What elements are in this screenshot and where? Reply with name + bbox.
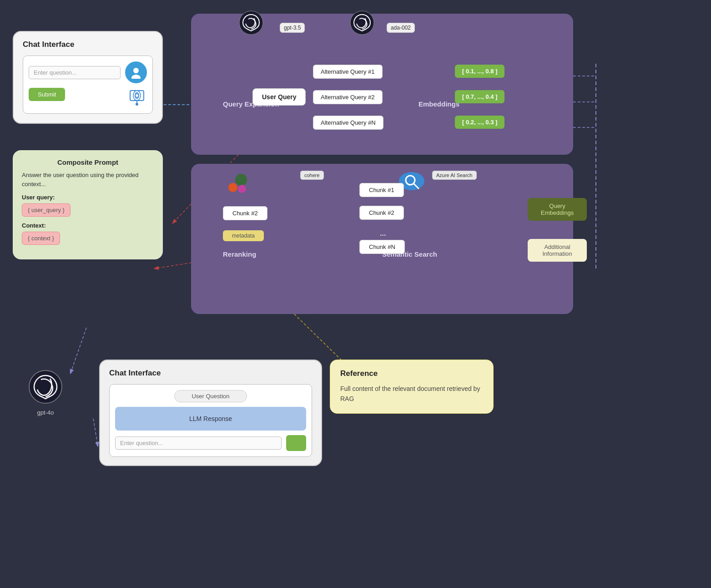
metadata-box: metadata [223,230,264,241]
azure-badge: Azure AI Search [432,171,477,180]
chunk-1: Chunk #1 [359,183,404,197]
svg-rect-35 [292,439,300,446]
llm-response-box: LLM Response [115,407,306,431]
composite-prompt-title: Composite Prompt [22,158,154,166]
svg-point-20 [235,174,247,186]
user-query-template: { user_query } [22,203,71,217]
avatar-icon [125,61,147,83]
gpt4o-logo [27,369,64,405]
context-template: { context } [22,232,60,245]
context-label: Context: [22,222,154,229]
bottom-chat-interface: Chat Interface User Question LLM Respons… [99,360,322,466]
additional-info-box: Additional Information [528,239,587,262]
embeddings-area [396,14,573,155]
embedding-value-1: [ 0.1, ..., 0.8 ] [455,65,504,78]
svg-line-16 [93,419,98,446]
gpt4o-label: gpt-4o [27,409,64,416]
chunk2-reranking: Chunk #2 [223,206,267,220]
alt-query-1: Alternative Query #1 [313,65,383,79]
composite-prompt: Composite Prompt Answer the user questio… [13,150,163,259]
alt-query-3: Alternative Query #N [313,116,383,130]
bottom-chat-title: Chat Interface [109,369,312,378]
embedding-value-3: [ 0.2, ..., 0.3 ] [455,116,504,129]
bottom-chat-input[interactable]: Enter question... [115,436,282,450]
top-chat-input[interactable]: Enter question... [29,66,121,79]
svg-point-26 [133,68,139,73]
chunk-2: Chunk #2 [359,206,404,220]
chunk-dots: ... [380,229,386,238]
chat-bottom-inner: User Question LLM Response Enter questio… [109,384,312,457]
cohere-icon [223,173,255,196]
reference-content: Full content of the relevant document re… [340,384,483,404]
svg-point-31 [136,103,138,106]
user-query-label: User query: [22,194,154,201]
composite-prompt-description: Answer the user question using the provi… [22,171,154,188]
cohere-badge: cohere [300,171,324,180]
gpt35-badge: gpt-3.5 [280,23,305,33]
top-chat-interface: Chat Interface Enter question... Submit [13,31,163,124]
user-question-pill: User Question [174,390,247,402]
embeddings-label: Embeddings [419,100,459,108]
network-icon [127,88,147,108]
top-submit-button[interactable]: Submit [29,88,65,101]
bottom-submit-button[interactable] [286,435,306,451]
svg-point-22 [238,185,246,193]
user-query-box: User Query [252,88,306,106]
top-chat-title: Chat Interface [23,40,153,49]
svg-line-15 [71,328,86,373]
query-embeddings-box: Query Embeddings [528,198,587,221]
reranking-label: Reranking [223,250,256,258]
reference-title: Reference [340,369,483,378]
svg-point-29 [135,94,139,97]
chunk-n: Chunk #N [359,240,405,254]
svg-point-21 [228,183,237,192]
chat-inner-box: Enter question... Submit [23,56,153,114]
gpt4o-area: gpt-4o [27,369,64,416]
embedding-value-2: [ 0.7, ..., 0.4 ] [455,90,504,103]
alt-query-2: Alternative Query #2 [313,90,383,104]
openai-logo-gpt35 [238,10,264,35]
reference-box: Reference Full content of the relevant d… [330,360,494,414]
ada002-badge: ada-002 [387,23,415,33]
openai-logo-ada002 [349,10,375,35]
svg-point-27 [131,75,141,79]
